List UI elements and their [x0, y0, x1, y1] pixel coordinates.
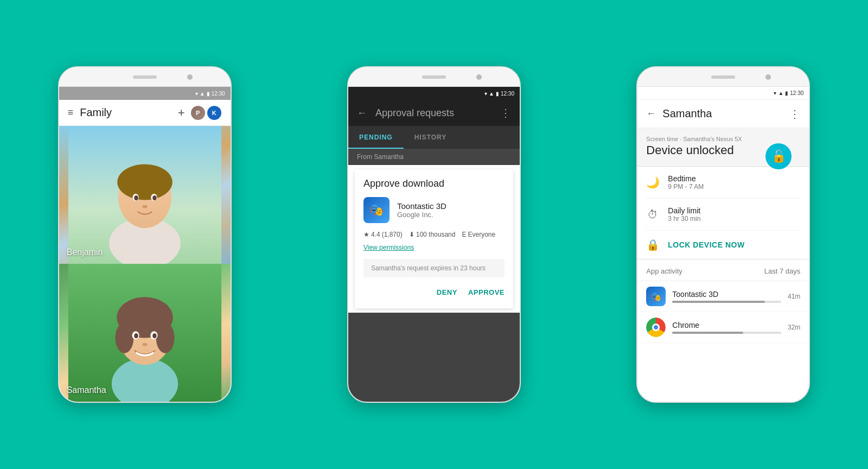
approve-button[interactable]: APPROVE — [468, 285, 505, 300]
phone2-camera — [476, 74, 482, 80]
chrome-usage-name: Chrome — [672, 321, 781, 329]
screen-time-inner: Screen time · Samantha's Nexus 5X Device… — [646, 136, 800, 157]
tab-pending[interactable]: PENDING — [348, 126, 404, 149]
status-time: 12:30 — [790, 90, 803, 96]
samantha-illustration — [59, 264, 231, 402]
daily-limit-title: Daily limit — [668, 206, 700, 215]
deny-button[interactable]: DENY — [437, 285, 457, 300]
card-actions: DENY APPROVE — [363, 285, 505, 300]
lock-device-button[interactable]: LOCK DEVICE NOW — [668, 240, 744, 249]
svg-point-8 — [152, 195, 157, 200]
chrome-center — [652, 324, 660, 331]
phone2-status-icons: ▾ ▲ ▮ 12:30 — [484, 91, 514, 97]
bedtime-text: Bedtime 9 PM - 7 AM — [668, 174, 704, 191]
add-member-button[interactable]: + — [178, 106, 185, 120]
svg-point-18 — [134, 333, 138, 338]
phone2-title: Approval requests — [375, 107, 492, 119]
more-options-button[interactable]: ⋮ — [789, 107, 800, 121]
downloads: ⬇ 100 thousand — [409, 231, 456, 238]
wifi-icon: ▾ — [484, 91, 487, 97]
svg-point-20 — [142, 343, 147, 346]
expiry-text: Samantha's request expires in 23 hours — [371, 264, 486, 272]
phone3-content: ← Samantha ⋮ Screen time · Samantha's Ne… — [637, 100, 809, 402]
daily-limit-text: Daily limit 3 hr 30 min — [668, 206, 700, 223]
family-item-benjamin[interactable]: Benjamin — [59, 126, 231, 264]
signal-icon: ▲ — [200, 91, 205, 97]
more-options-button[interactable]: ⋮ — [500, 106, 511, 119]
phone3-wrapper: ▾ ▲ ▮ 12:30 ← Samantha ⋮ Screen time · S… — [579, 0, 868, 469]
rating: ★ 4.4 (1,870) — [363, 231, 403, 238]
star-icon: ★ — [363, 231, 369, 238]
view-permissions-link[interactable]: View permissions — [363, 244, 505, 251]
phone3-camera — [765, 74, 771, 80]
app-info-text: Toontastic 3D Google Inc. — [397, 201, 446, 219]
avatar-k[interactable]: K — [207, 105, 222, 121]
app-developer: Google Inc. — [397, 211, 446, 219]
signal-icon: ▲ — [489, 91, 494, 97]
phone2-wrapper: ▾ ▲ ▮ 12:30 ← Approval requests ⋮ PENDIN… — [289, 0, 578, 469]
toontastic-icon: 🎭 — [363, 197, 390, 223]
phone1-toolbar: ≡ Family + P K — [59, 100, 231, 126]
age-rating: E Everyone — [462, 231, 495, 238]
app-activity-section: App activity Last 7 days 🎭 Toontastic 3D… — [637, 259, 809, 402]
app-icon: 🎭 — [363, 197, 390, 223]
avatar-row: P K — [190, 105, 222, 121]
chrome-icon-inner — [646, 318, 666, 337]
phone1-toolbar-actions: + P K — [178, 105, 222, 121]
battery-icon: ▮ — [496, 91, 499, 97]
phone3-toolbar: ← Samantha ⋮ — [637, 100, 809, 128]
from-label: From Samantha — [348, 149, 520, 165]
dark-background — [348, 313, 520, 402]
toontastic-icon-inner: 🎭 — [646, 287, 666, 306]
lock-icon: 🔒 — [646, 238, 659, 251]
back-button[interactable]: ← — [357, 107, 367, 119]
toontastic-usage-name: Toontastic 3D — [672, 290, 781, 299]
chrome-bar-bg — [672, 332, 781, 334]
download-count: 100 thousand — [416, 231, 456, 238]
svg-point-9 — [142, 205, 147, 208]
phone1: ▾ ▲ ▮ 12:30 ≡ Family + P K — [58, 66, 232, 403]
menu-icon[interactable]: ≡ — [68, 107, 74, 118]
benjamin-photo — [59, 126, 231, 264]
app-info-row: 🎭 Toontastic 3D Google Inc. — [363, 197, 505, 223]
timer-icon: ⏱ — [646, 208, 659, 221]
family-item-samantha[interactable]: Samantha — [59, 264, 231, 402]
bedtime-title: Bedtime — [668, 174, 704, 183]
screen-time-subtitle: Screen time · Samantha's Nexus 5X — [646, 136, 800, 142]
unlock-badge: 🔓 — [765, 143, 792, 169]
toontastic-time: 41m — [788, 293, 800, 300]
chrome-bar-fill — [672, 332, 743, 334]
toontastic-bar-bg — [672, 301, 781, 303]
family-list: Benjamin — [59, 126, 231, 402]
phone1-camera — [187, 74, 193, 80]
phone1-wrapper: ▾ ▲ ▮ 12:30 ≡ Family + P K — [0, 0, 289, 469]
phone2-toolbar: ← Approval requests ⋮ — [348, 100, 520, 126]
bedtime-value: 9 PM - 7 AM — [668, 183, 704, 191]
tab-history[interactable]: HISTORY — [404, 126, 458, 149]
tabs: PENDING HISTORY — [348, 126, 520, 149]
download-icon: ⬇ — [409, 231, 414, 238]
phone3-title: Samantha — [662, 107, 783, 120]
battery-icon: ▮ — [785, 90, 788, 96]
benjamin-illustration — [59, 126, 231, 264]
app-activity-period: Last 7 days — [764, 267, 801, 275]
lock-now-row: 🔒 LOCK DEVICE NOW — [646, 231, 800, 259]
svg-point-4 — [117, 164, 173, 200]
status-time: 12:30 — [501, 91, 514, 97]
status-time: 12:30 — [212, 91, 225, 97]
app-activity-header: App activity Last 7 days — [637, 259, 809, 281]
phone3: ▾ ▲ ▮ 12:30 ← Samantha ⋮ Screen time · S… — [636, 66, 810, 403]
chrome-activity-row: Chrome 32m — [637, 312, 809, 343]
svg-point-19 — [152, 333, 157, 338]
screen-time-card: Screen time · Samantha's Nexus 5X Device… — [637, 128, 809, 167]
avatar-parent[interactable]: P — [190, 105, 206, 121]
chrome-icon-sm — [646, 318, 666, 337]
app-meta: ★ 4.4 (1,870) ⬇ 100 thousand E Everyone — [363, 231, 505, 238]
back-button[interactable]: ← — [646, 108, 656, 119]
k-avatar-img: K — [207, 106, 221, 120]
toontastic-activity-row: 🎭 Toontastic 3D 41m — [637, 281, 809, 312]
wifi-icon: ▾ — [195, 91, 198, 97]
phone2-status-bar: ▾ ▲ ▮ 12:30 — [348, 87, 520, 100]
svg-point-14 — [115, 322, 133, 353]
rating-value: 4.4 — [371, 231, 380, 238]
